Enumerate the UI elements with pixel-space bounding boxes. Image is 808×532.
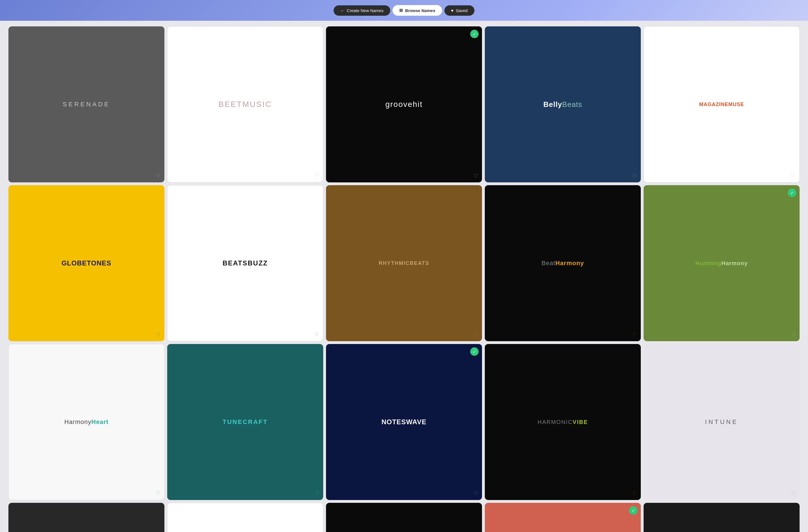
card-merakimusic[interactable]: MERAKIMUSIC ♡ <box>644 503 800 532</box>
card-name: HARMONICVIBE <box>535 416 591 428</box>
card-minusounds[interactable]: ✓ MINUSOUNDS ♡ <box>485 503 641 532</box>
card-hummingharmony[interactable]: ✓ HummingHarmony ♡ <box>644 185 800 341</box>
card-intune[interactable]: INTUNE ♡ <box>644 344 800 500</box>
saved-badge: ✓ <box>629 506 638 515</box>
card-name: MAGAZINEMUSE <box>696 99 747 110</box>
card-rhythmicbeats[interactable]: RHYTHMICBEATS ♡ <box>326 185 482 341</box>
card-harmonicvibe[interactable]: HARMONICVIBE ♡ <box>485 344 641 500</box>
card-groovehit[interactable]: ✓ groovehit ♡ <box>326 26 482 182</box>
card-name: GLOBETONES <box>59 256 114 270</box>
heart-button[interactable]: ♡ <box>791 332 796 338</box>
heart-button[interactable]: ♡ <box>474 332 478 338</box>
heart-button[interactable]: ♡ <box>314 172 319 179</box>
card-name: NOTESWAVE <box>379 415 429 429</box>
heart-button[interactable]: ♡ <box>315 491 319 497</box>
heart-button[interactable]: ♡ <box>474 491 478 497</box>
name-grid: SERENADE ♡ BEETMUSIC ♡ ✓ groovehit ♡ Bel… <box>0 21 808 532</box>
browse-names-button[interactable]: ⊞ Browse Names <box>392 5 442 16</box>
card-wildmusic[interactable]: WILDMUSIC ♡ <box>167 503 323 532</box>
card-globetones[interactable]: GLOBETONES ♡ <box>8 185 164 341</box>
card-name: SERENADE <box>60 98 113 111</box>
card-bellybeats[interactable]: BellyBeats ♡ <box>485 26 641 182</box>
header: ← Create New Names ⊞ Browse Names ♥ Save… <box>0 0 808 21</box>
heart-button[interactable]: ♡ <box>156 490 160 496</box>
saved-badge: ✓ <box>470 347 479 356</box>
card-name: HummingHarmony <box>693 257 751 269</box>
card-beetmusic[interactable]: BEETMUSIC ♡ <box>167 26 323 182</box>
heart-icon: ♥ <box>451 8 454 13</box>
saved-button[interactable]: ♥ Saved <box>444 5 474 16</box>
card-tunemate[interactable]: TuneMate ♡ <box>326 503 482 532</box>
heart-button[interactable]: ♡ <box>156 332 161 338</box>
card-name: BellyBeats <box>540 97 585 112</box>
heart-button[interactable]: ♡ <box>791 172 795 179</box>
card-harmonyheart[interactable]: HarmonyHeart ♡ <box>8 344 164 500</box>
arrow-left-icon: ← <box>340 8 345 13</box>
card-name: TUNECRAFT <box>220 416 271 428</box>
card-name: RHYTHMICBEATS <box>376 258 432 269</box>
card-name: BEATSBUZZ <box>220 256 271 270</box>
create-new-names-button[interactable]: ← Create New Names <box>334 5 390 16</box>
card-beatharmony[interactable]: BeatHarmony ♡ <box>485 185 641 341</box>
card-beatsbuzz[interactable]: BEATSBUZZ ♡ <box>167 185 323 341</box>
card-name: BeatHarmony <box>539 257 587 270</box>
card-name: HarmonyHeart <box>61 416 111 428</box>
card-name: INTUNE <box>702 416 741 428</box>
heart-button[interactable]: ♡ <box>791 491 796 497</box>
card-magazinemuse[interactable]: MAGAZINEMUSE ♡ <box>644 26 800 182</box>
card-noteswave[interactable]: ✓ NOTESWAVE ♡ <box>326 344 482 500</box>
saved-badge: ✓ <box>788 188 796 197</box>
heart-button[interactable]: ♡ <box>156 173 161 179</box>
heart-button[interactable]: ♡ <box>632 332 637 338</box>
card-tunecraft[interactable]: TUNECRAFT ♡ <box>167 344 323 500</box>
heart-button[interactable]: ♡ <box>632 173 637 179</box>
card-avantgroove[interactable]: AVANTGROOVE ♡ <box>8 503 164 532</box>
heart-button[interactable]: ♡ <box>314 331 319 337</box>
heart-button[interactable]: ♡ <box>474 173 478 179</box>
saved-badge: ✓ <box>470 30 479 38</box>
card-serenade[interactable]: SERENADE ♡ <box>8 26 164 182</box>
heart-button[interactable]: ♡ <box>632 491 637 497</box>
card-name: BEETMUSIC <box>216 97 275 112</box>
card-name: groovehit <box>382 97 425 112</box>
grid-icon: ⊞ <box>399 8 403 13</box>
